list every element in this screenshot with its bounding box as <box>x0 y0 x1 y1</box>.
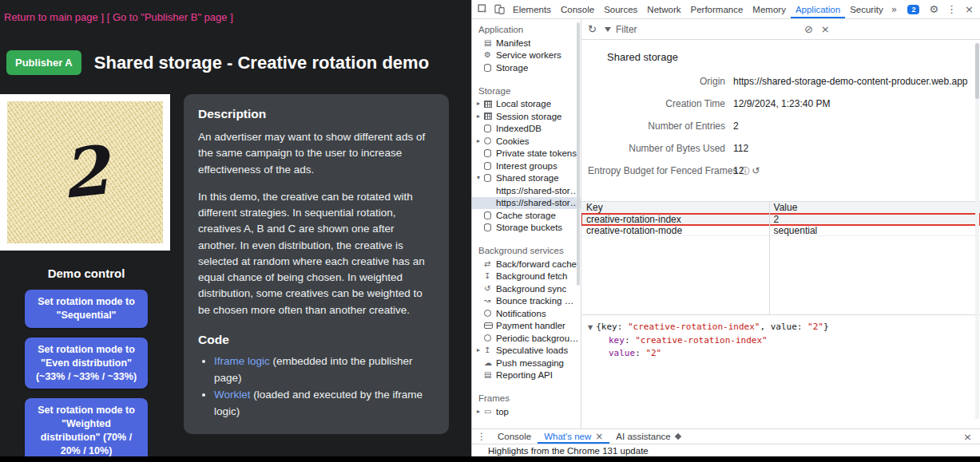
speculative-loads-icon: ↥ <box>484 346 496 354</box>
return-main-page-link[interactable]: Return to main page ] <box>4 11 104 23</box>
sidebar-item-local-storage[interactable]: ▸ Local storage <box>472 98 581 111</box>
more-tabs-icon[interactable]: » <box>888 4 900 15</box>
sidebar-item-manifest[interactable]: ▤ Manifest <box>472 37 581 49</box>
back-forward-cache-icon: ⇄ <box>484 260 496 268</box>
sidebar-item-cache-storage[interactable]: Cache storage <box>472 209 581 222</box>
sidebar-item-shared-storage[interactable]: ▾ Shared storage <box>472 172 581 185</box>
set-even-distribution-button[interactable]: Set rotation mode to "Even distribution"… <box>25 338 148 389</box>
drawer-menu-icon[interactable]: ⋮ <box>477 431 486 442</box>
expander-icon[interactable]: ▸ <box>477 138 484 144</box>
sidebar-item-notifications[interactable]: Notifications <box>472 307 581 320</box>
tab-memory[interactable]: Memory <box>748 0 791 18</box>
ad-creative[interactable]: 2 <box>7 101 163 243</box>
sidebar-item-storage-buckets[interactable]: Storage buckets <box>472 222 581 235</box>
cloud-icon: ☁ <box>484 359 496 367</box>
sidebar-item-shared-storage-origin-2[interactable]: https://shared-storage... <box>472 197 581 210</box>
device-toolbar-icon[interactable] <box>491 0 508 18</box>
row-value: 2 <box>769 214 980 225</box>
tree-expander-icon[interactable]: ▼ <box>588 324 593 331</box>
drawer-close-icon[interactable]: × <box>960 431 975 443</box>
sidebar-scrollbar[interactable] <box>577 22 580 286</box>
sidebar-item-service-workers[interactable]: ⚙ Service workers <box>472 49 581 62</box>
tab-network[interactable]: Network <box>642 0 685 18</box>
description-paragraph: An advertiser may want to show different… <box>198 129 434 178</box>
settings-gear-icon[interactable]: ⚙ <box>925 3 942 15</box>
database-icon <box>484 223 496 231</box>
creation-time-value: 12/9/2024, 1:23:40 PM <box>733 98 972 109</box>
scrollbar-thumb[interactable] <box>975 43 979 99</box>
filter-input[interactable]: Filter <box>605 24 796 35</box>
database-icon <box>484 211 496 219</box>
sidebar-item-indexeddb[interactable]: IndexedDB <box>472 123 581 136</box>
issues-count-badge[interactable]: 2 <box>907 5 919 14</box>
kebab-menu-icon[interactable]: ⋮ <box>942 3 961 15</box>
publisher-page: Return to main page ] [ Go to "Publisher… <box>0 0 471 456</box>
expander-icon[interactable]: ▸ <box>477 409 484 415</box>
creative-number: 2 <box>58 136 112 208</box>
sidebar-item-background-fetch[interactable]: ↧ Background fetch <box>472 270 581 283</box>
sidebar-item-back-forward-cache[interactable]: ⇄ Back/forward cache <box>472 258 581 270</box>
set-sequential-button[interactable]: Set rotation mode to "Sequential" <box>25 290 148 328</box>
drawer-tab-whats-new[interactable]: What's new× <box>538 429 609 444</box>
refresh-icon[interactable]: ↻ <box>588 24 597 34</box>
list-item: Iframe logic (embedded into the publishe… <box>214 353 434 387</box>
expander-icon[interactable]: ▸ <box>477 347 484 353</box>
database-icon <box>484 174 496 182</box>
whats-new-panel: Highlights from the Chrome 131 update <box>472 444 980 456</box>
column-header-key[interactable]: Key <box>581 202 769 213</box>
sidebar-item-storage[interactable]: Storage <box>472 61 581 74</box>
drawer-tab-console[interactable]: Console <box>491 429 538 444</box>
expander-icon[interactable]: ▸ <box>477 101 484 107</box>
sidebar-item-payment-handler[interactable]: Payment handler <box>472 320 581 333</box>
sidebar-section-application: Application <box>472 21 581 37</box>
sidebar-item-speculative-loads[interactable]: ▸ ↥ Speculative loads <box>472 345 581 357</box>
sidebar-item-periodic-background-sync[interactable]: Periodic backgroun... <box>472 332 581 345</box>
description-heading: Description <box>198 107 434 121</box>
tab-elements[interactable]: Elements <box>508 0 556 18</box>
tab-application[interactable]: Application <box>791 0 845 18</box>
sidebar-item-interest-groups[interactable]: Interest groups <box>472 160 581 172</box>
sidebar-section-background-services: Background services <box>472 242 581 258</box>
table-row[interactable]: creative-rotation-mode sequential <box>581 225 980 236</box>
delete-selected-icon[interactable]: × <box>821 24 830 34</box>
sidebar-item-background-sync[interactable]: ↺ Background sync <box>472 282 581 295</box>
filter-funnel-icon <box>605 27 611 32</box>
column-header-value[interactable]: Value <box>769 202 980 213</box>
set-weighted-distribution-button[interactable]: Set rotation mode to "Weighted distribut… <box>25 398 148 456</box>
creative-frame: 2 <box>0 94 170 251</box>
sidebar-item-top-frame[interactable]: ▸ ▭ top <box>472 405 581 418</box>
tab-performance[interactable]: Performance <box>686 0 748 18</box>
tab-sources[interactable]: Sources <box>599 0 642 18</box>
publisher-b-link[interactable]: [ Go to "Publisher B" page ] <box>107 11 233 23</box>
sidebar-item-private-state-tokens[interactable]: Private state tokens <box>472 148 581 160</box>
sidebar-section-storage: Storage <box>472 82 581 98</box>
main-scrollbar[interactable] <box>975 43 979 419</box>
sidebar-item-shared-storage-origin-1[interactable]: https://shared-storage... <box>472 184 581 197</box>
cookie-icon <box>484 137 496 144</box>
sidebar-item-cookies[interactable]: ▸ Cookies <box>472 135 581 148</box>
sidebar-item-push-messaging[interactable]: ☁ Push messaging <box>472 357 581 369</box>
iframe-logic-link[interactable]: Iframe logic <box>214 355 270 367</box>
description-paragraph: In this demo, the creative can be rotate… <box>198 189 434 318</box>
storage-item-preview: ▼{key: "creative-rotation-index", value:… <box>581 314 980 366</box>
inspect-icon[interactable] <box>474 0 491 18</box>
sidebar-item-bounce-tracking[interactable]: ↝ Bounce tracking miti... <box>472 295 581 308</box>
tab-security[interactable]: Security <box>845 0 888 18</box>
sidebar-item-reporting-api[interactable]: ▤ Reporting API <box>472 369 581 382</box>
row-value: sequential <box>769 225 980 236</box>
whats-new-close-icon[interactable]: × <box>595 431 603 442</box>
table-row[interactable]: creative-rotation-index 2 <box>581 214 980 225</box>
storage-icon <box>484 64 496 72</box>
sidebar-item-session-storage[interactable]: ▸ Session storage <box>472 110 581 123</box>
expander-icon[interactable]: ▾ <box>477 175 484 181</box>
reset-budget-icon[interactable]: ↺ <box>752 165 760 176</box>
tab-console[interactable]: Console <box>556 0 599 18</box>
page-header: Publisher A Shared storage - Creative ro… <box>6 50 471 75</box>
drawer-tab-ai-assistance[interactable]: AI assistance <box>609 429 686 444</box>
worklet-link[interactable]: Worklet <box>214 389 251 401</box>
close-devtools-icon[interactable]: × <box>961 3 978 15</box>
delete-all-icon[interactable]: ⊘ <box>804 24 813 34</box>
row-key: creative-rotation-mode <box>581 225 769 236</box>
column-divider[interactable] <box>769 202 770 314</box>
expander-icon[interactable]: ▸ <box>477 113 484 120</box>
